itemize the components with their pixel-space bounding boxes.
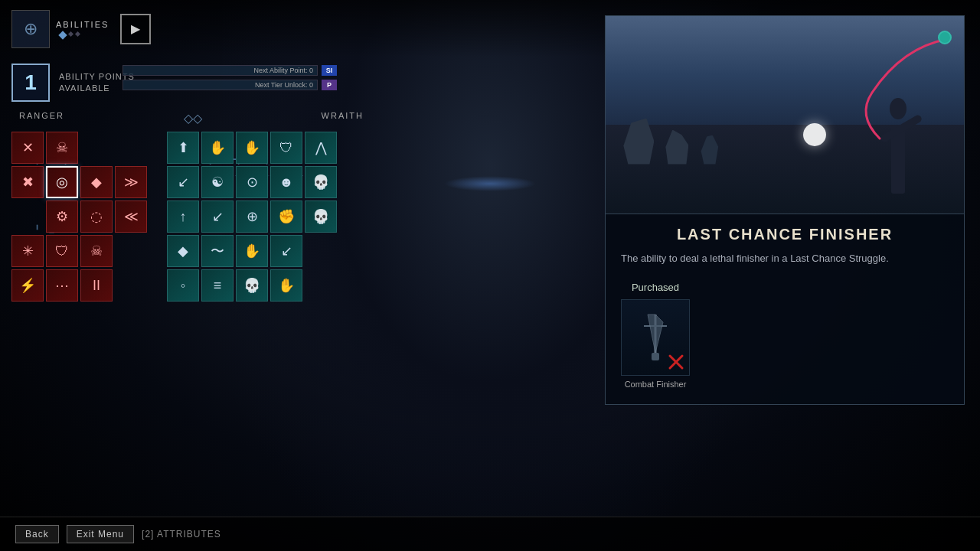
skill-wraith-r5c4[interactable]: ✋ — [270, 269, 302, 302]
weapon-arc-svg — [811, 16, 964, 169]
tier-unlock-bar-bg: Next Tier Unlock: 0 — [122, 80, 318, 90]
skill-icon: ✋ — [209, 139, 226, 156]
ability-title: LAST CHANCE FINISHER — [621, 226, 949, 243]
tab-label: ABILITIES — [56, 20, 109, 29]
skills-container: ✕ ☠ ⬆ ✋ ✋ 🛡 ⋀ ✖ ◎ ◆ ≫ ↙ ☯ ⊙ ☻ 💀 — [11, 132, 371, 302]
skill-wraith-r4c4[interactable]: ↙ — [270, 235, 302, 267]
skill-ranger-r1c1[interactable]: ✕ — [11, 132, 44, 164]
skill-ranger-r1c3-empty — [80, 132, 113, 164]
col-spacer-3 — [149, 201, 165, 233]
skill-icon: ✳ — [22, 243, 34, 259]
skill-wraith-r1c2[interactable]: ✋ — [201, 132, 234, 164]
skill-wraith-r3c2[interactable]: ↙ — [201, 201, 234, 233]
skill-wraith-r2c4[interactable]: ☻ — [270, 166, 302, 198]
abilities-icon: ⊕ — [24, 19, 38, 39]
skill-icon: II — [93, 278, 100, 294]
skill-icon: ☻ — [279, 174, 294, 191]
ability-detail-panel: LAST CHANCE FINISHER The ability to deal… — [605, 214, 965, 405]
skill-row-1: ✕ ☠ ⬆ ✋ ✋ 🛡 ⋀ — [11, 132, 371, 164]
skill-wraith-r3c3[interactable]: ⊕ — [236, 201, 268, 233]
tab-icon-box: ⊕ — [11, 10, 50, 48]
skill-wraith-r4c2[interactable]: 〜 — [201, 235, 234, 267]
tier-unlock-bar-label: Next Tier Unlock: 0 — [255, 80, 313, 90]
skill-ranger-r4c1[interactable]: ✳ — [11, 235, 44, 267]
skill-ranger-r5c3[interactable]: II — [80, 269, 113, 302]
skill-ranger-r4c2[interactable]: 🛡 — [46, 235, 78, 267]
ability-point-bar-label: Next Ability Point: 0 — [253, 66, 313, 75]
back-button[interactable]: Back — [15, 525, 59, 543]
x-mark-svg — [668, 354, 684, 370]
skill-icon: ✊ — [278, 208, 295, 225]
skill-icon: ✕ — [22, 139, 34, 156]
skill-wraith-r1c1[interactable]: ⬆ — [167, 132, 199, 164]
skill-ranger-r2c1[interactable]: ✖ — [11, 166, 44, 198]
exit-menu-button[interactable]: Exit Menu — [67, 525, 134, 543]
skill-ranger-r5c2[interactable]: ⋯ — [46, 269, 78, 302]
ability-point-bar-bg: Next Ability Point: 0 — [122, 65, 318, 76]
skill-empty-r5c4 — [115, 269, 147, 302]
skill-ranger-r4c3[interactable]: ☠ — [80, 235, 113, 267]
skill-wraith-r2c5[interactable]: 💀 — [305, 166, 337, 198]
skill-icon: ⬆ — [178, 139, 189, 156]
skill-icon: ↑ — [180, 209, 187, 225]
skill-ranger-r3c3[interactable]: ◌ — [80, 201, 113, 233]
skill-icon: ☠ — [90, 243, 103, 259]
skill-wraith-r3c4[interactable]: ✊ — [270, 201, 302, 233]
skill-wraith-r1c3[interactable]: ✋ — [236, 132, 268, 164]
skill-empty-r3c1 — [11, 201, 44, 233]
cross-mark — [668, 354, 684, 370]
skill-ranger-r2c4[interactable]: ≫ — [115, 166, 147, 198]
skill-icon: 〜 — [211, 242, 224, 260]
skill-wraith-r3c5[interactable]: 💀 — [305, 201, 337, 233]
skill-wraith-r2c2[interactable]: ☯ — [201, 166, 234, 198]
skill-icon: ↙ — [212, 208, 224, 225]
rock-2 — [665, 130, 688, 165]
skill-empty-r4c4 — [115, 235, 147, 267]
skill-ranger-r2c2[interactable]: ◎ — [46, 166, 78, 198]
skill-wraith-r4c3[interactable]: ✋ — [236, 235, 268, 267]
skill-ranger-r2c3[interactable]: ◆ — [80, 166, 113, 198]
skill-ranger-r1c4-empty — [115, 132, 147, 164]
ability-points-count: 1 — [11, 64, 50, 102]
skill-icon: ◎ — [56, 174, 68, 191]
skill-ranger-r1c2[interactable]: ☠ — [46, 132, 78, 164]
skill-wraith-r2c3[interactable]: ⊙ — [236, 166, 268, 198]
skill-icon: ↙ — [178, 174, 189, 191]
skill-wraith-r4c1[interactable]: ◆ — [167, 235, 199, 267]
skill-wraith-r1c5[interactable]: ⋀ — [305, 132, 337, 164]
skill-ranger-r3c4[interactable]: ≪ — [115, 201, 147, 233]
preview-target-circle — [803, 123, 826, 146]
combat-finisher-container: Purchased — [621, 282, 690, 389]
ability-description: The ability to deal a lethal finisher in… — [621, 251, 949, 266]
skill-wraith-r3c1[interactable]: ↑ — [167, 201, 199, 233]
preview-rocks — [623, 119, 719, 165]
skill-icon: ◦ — [181, 278, 185, 294]
purchased-section: Purchased — [621, 282, 949, 389]
nav-forward-button[interactable]: ▶ — [120, 14, 151, 44]
skill-wraith-r5c1[interactable]: ◦ — [167, 269, 199, 302]
ability-point-badge: SI — [322, 65, 337, 76]
skill-icon: ⚙ — [56, 208, 68, 225]
skill-wraith-r2c1[interactable]: ↙ — [167, 166, 199, 198]
bottom-bar: Back Exit Menu [2] ATTRIBUTES — [0, 517, 980, 551]
right-panel: LAST CHANCE FINISHER The ability to deal… — [605, 15, 965, 405]
eye-glow-effect — [444, 176, 536, 191]
tab-dots — [60, 32, 109, 38]
col-spacer-5 — [149, 269, 165, 302]
skill-ranger-r3c2[interactable]: ⚙ — [46, 201, 78, 233]
skill-tree: RANGER ◇◇ WRAITH — [0, 111, 383, 304]
skill-wraith-r1c4[interactable]: 🛡 — [270, 132, 302, 164]
skill-wraith-r5c3[interactable]: 💀 — [236, 269, 268, 302]
tab-dot-2 — [75, 31, 80, 36]
combat-finisher-icon[interactable] — [621, 299, 690, 376]
skill-icon: ✖ — [22, 174, 34, 191]
tree-divider: ◇◇ — [184, 111, 202, 126]
skill-ranger-r5c1[interactable]: ⚡ — [11, 269, 44, 302]
skill-icon: 💀 — [312, 174, 329, 191]
skill-icon: ⋀ — [315, 139, 327, 156]
ability-point-bar-row: Next Ability Point: 0 SI — [122, 65, 337, 76]
ranger-header: RANGER — [19, 111, 64, 126]
skill-wraith-r5c2[interactable]: ≡ — [201, 269, 234, 302]
skill-icon: ◆ — [91, 174, 102, 191]
tree-headers: RANGER ◇◇ WRAITH — [11, 111, 371, 126]
